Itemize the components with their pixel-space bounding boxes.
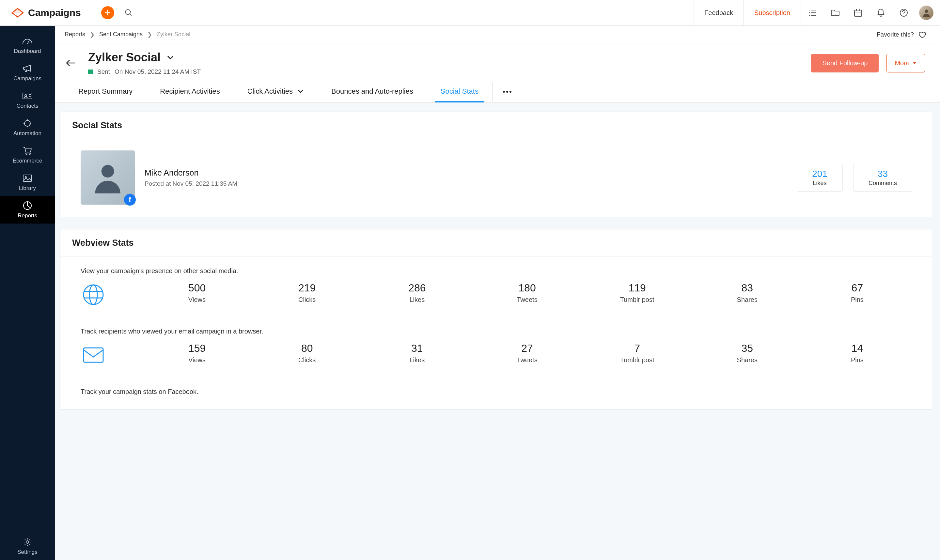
sidebar-item-reports[interactable]: Reports bbox=[0, 196, 55, 223]
folder-icon[interactable] bbox=[824, 0, 847, 25]
main-column: Reports ❯ Sent Campaigns ❯ Zylker Social… bbox=[55, 26, 940, 560]
sidebar-label: Contacts bbox=[16, 103, 38, 109]
sidebar-item-settings[interactable]: Settings bbox=[0, 532, 55, 560]
sidebar-item-campaigns[interactable]: Campaigns bbox=[0, 59, 55, 86]
social-stats-title: Social Stats bbox=[72, 120, 122, 131]
svg-point-17 bbox=[83, 285, 103, 305]
stat-value: 119 bbox=[582, 282, 692, 294]
chevron-down-icon[interactable] bbox=[166, 55, 174, 60]
svg-point-18 bbox=[89, 285, 97, 305]
caret-down-icon bbox=[912, 62, 917, 65]
sidebar-label: Ecommerce bbox=[13, 158, 42, 164]
tab-social-stats[interactable]: Social Stats bbox=[427, 81, 492, 102]
heart-icon[interactable] bbox=[918, 30, 927, 39]
webview-stat: 7Tumblr post bbox=[582, 342, 692, 364]
webview-stat: 219Clicks bbox=[252, 282, 362, 303]
sent-time: On Nov 05, 2022 11:24 AM IST bbox=[115, 68, 201, 75]
breadcrumb-current: Zylker Social bbox=[157, 31, 190, 38]
stat-label: Pins bbox=[802, 356, 912, 364]
stat-value: 35 bbox=[692, 342, 802, 354]
tab-click-activities[interactable]: Click Activities bbox=[234, 81, 318, 102]
sidebar-item-dashboard[interactable]: Dashboard bbox=[0, 32, 55, 59]
megaphone-icon bbox=[22, 64, 33, 74]
status-dot-icon bbox=[88, 69, 93, 74]
poster-avatar[interactable]: f bbox=[81, 151, 135, 205]
search-button[interactable] bbox=[122, 6, 135, 19]
cart-icon bbox=[22, 146, 33, 156]
webview-stat: 35Shares bbox=[692, 342, 802, 364]
likes-value: 201 bbox=[812, 169, 828, 179]
feedback-link[interactable]: Feedback bbox=[694, 0, 743, 25]
campaigns-logo-icon bbox=[11, 6, 24, 19]
stat-label: Tumblr post bbox=[582, 356, 692, 364]
social-stats-card: Social Stats f Mike Anderson Posted at N… bbox=[61, 112, 932, 217]
stat-label: Tumblr post bbox=[582, 296, 692, 303]
help-icon[interactable] bbox=[892, 0, 915, 25]
svg-point-10 bbox=[25, 177, 26, 178]
breadcrumb-sent-campaigns[interactable]: Sent Campaigns bbox=[99, 31, 143, 38]
content-area: Social Stats f Mike Anderson Posted at N… bbox=[55, 103, 940, 560]
app-logo[interactable]: Campaigns bbox=[11, 6, 81, 19]
left-sidebar: Dashboard Campaigns Contacts Automation … bbox=[0, 26, 55, 560]
stat-value: 500 bbox=[142, 282, 252, 294]
status-label: Sent bbox=[97, 68, 110, 75]
tasks-icon[interactable] bbox=[801, 0, 824, 25]
stat-label: Likes bbox=[362, 356, 472, 364]
tab-recipient-activities[interactable]: Recipient Activities bbox=[146, 81, 233, 102]
report-tabs: Report Summary Recipient Activities Clic… bbox=[55, 81, 940, 103]
tab-bounces[interactable]: Bounces and Auto-replies bbox=[318, 81, 427, 102]
stat-label: Views bbox=[142, 356, 252, 364]
facebook-badge-icon: f bbox=[124, 194, 136, 206]
webview-stats-grid: 500Views219Clicks286Likes180Tweets119Tum… bbox=[142, 282, 912, 303]
svg-rect-1 bbox=[854, 10, 862, 16]
back-button[interactable] bbox=[63, 55, 78, 71]
top-header-right: Feedback Subscription bbox=[694, 0, 940, 25]
webview-stat: 286Likes bbox=[362, 282, 472, 303]
sidebar-label: Automation bbox=[13, 130, 42, 137]
sidebar-item-ecommerce[interactable]: Ecommerce bbox=[0, 141, 55, 169]
stat-value: 14 bbox=[802, 342, 912, 354]
sidebar-item-library[interactable]: Library bbox=[0, 169, 55, 196]
app-name: Campaigns bbox=[28, 7, 81, 18]
send-followup-button[interactable]: Send Follow-up bbox=[811, 54, 878, 72]
create-button[interactable] bbox=[101, 6, 114, 19]
webview-stat: 83Shares bbox=[692, 282, 802, 303]
webview-stats-grid: 159Views80Clicks31Likes27Tweets7Tumblr p… bbox=[142, 342, 912, 364]
chevron-right-icon: ❯ bbox=[147, 31, 152, 38]
user-avatar[interactable] bbox=[919, 6, 934, 20]
sidebar-label: Campaigns bbox=[13, 75, 42, 82]
sidebar-label: Settings bbox=[17, 549, 37, 555]
gauge-icon bbox=[22, 36, 33, 46]
tab-report-summary[interactable]: Report Summary bbox=[65, 81, 146, 102]
calendar-icon[interactable] bbox=[847, 0, 869, 25]
stat-value: 67 bbox=[802, 282, 912, 294]
sidebar-item-contacts[interactable]: Contacts bbox=[0, 86, 55, 114]
favorite-label: Favorite this? bbox=[877, 31, 914, 38]
campaign-header: Zylker Social Sent On Nov 05, 2022 11:24… bbox=[55, 43, 940, 81]
svg-point-3 bbox=[925, 9, 928, 13]
webview-stat: 14Pins bbox=[802, 342, 912, 364]
sidebar-item-automation[interactable]: Automation bbox=[0, 114, 55, 141]
chevron-right-icon: ❯ bbox=[90, 31, 95, 38]
chevron-down-icon bbox=[297, 89, 304, 93]
svg-rect-9 bbox=[23, 175, 32, 182]
stat-value: 27 bbox=[472, 342, 582, 354]
comments-label: Comments bbox=[869, 180, 897, 187]
subscription-link[interactable]: Subscription bbox=[743, 0, 801, 25]
webview-stats-title: Webview Stats bbox=[72, 238, 134, 248]
comments-stat-box[interactable]: 33 Comments bbox=[853, 164, 912, 192]
more-button[interactable]: More bbox=[886, 54, 925, 72]
webview-stat: 80Clicks bbox=[252, 342, 362, 364]
stat-value: 31 bbox=[362, 342, 472, 354]
stat-value: 7 bbox=[582, 342, 692, 354]
breadcrumb-reports[interactable]: Reports bbox=[65, 31, 85, 38]
bell-icon[interactable] bbox=[869, 0, 892, 25]
stat-label: Shares bbox=[692, 356, 802, 364]
tab-more-menu[interactable] bbox=[492, 82, 522, 101]
stat-label: Shares bbox=[692, 296, 802, 303]
likes-stat-box[interactable]: 201 Likes bbox=[797, 164, 843, 192]
sidebar-label: Reports bbox=[18, 212, 37, 219]
sent-status-row: Sent On Nov 05, 2022 11:24 AM IST bbox=[88, 68, 201, 75]
svg-point-8 bbox=[29, 153, 30, 154]
stat-value: 219 bbox=[252, 282, 362, 294]
